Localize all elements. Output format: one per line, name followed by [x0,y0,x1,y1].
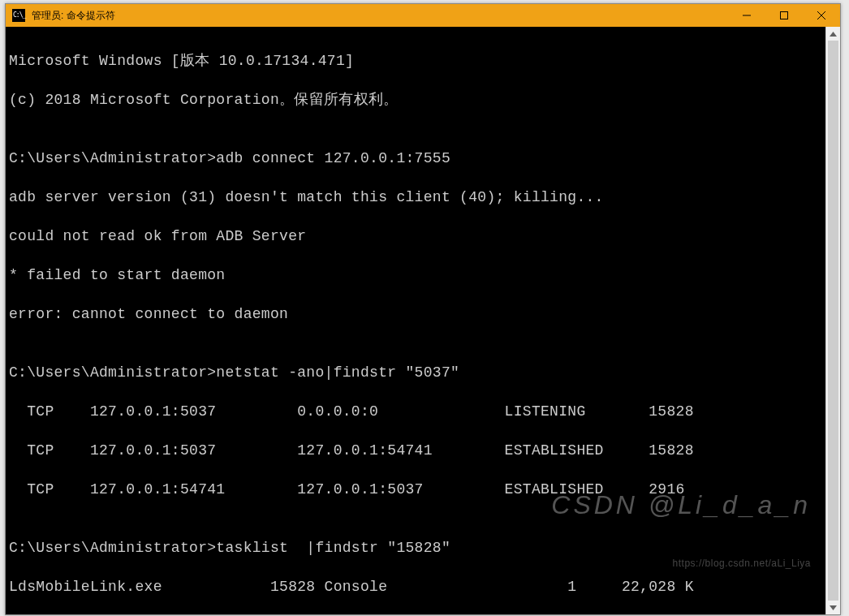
terminal-line: TCP 127.0.0.1:54741 127.0.0.1:5037 ESTAB… [9,480,822,499]
maximize-button[interactable] [765,4,803,27]
terminal-line: C:\Users\Administrator>tasklist |findstr… [9,538,822,558]
scroll-track[interactable] [826,41,840,601]
window-title: 管理员: 命令提示符 [30,9,728,23]
scroll-down-button[interactable] [826,601,840,614]
close-button[interactable] [803,4,840,27]
terminal-output[interactable]: Microsoft Windows [版本 10.0.17134.471] (c… [6,27,825,614]
terminal-line: error: cannot connect to daemon [9,304,822,324]
terminal-line: TCP 127.0.0.1:5037 0.0.0.0:0 LISTENING 1… [9,402,822,421]
terminal-line: could not read ok from ADB Server [9,226,822,246]
terminal-line: * failed to start daemon [9,265,822,285]
watermark-url: https://blog.csdn.net/aLi_Liya [551,558,811,569]
client-area: Microsoft Windows [版本 10.0.17134.471] (c… [6,27,840,614]
titlebar[interactable]: 管理员: 命令提示符 [6,4,840,27]
svg-rect-0 [781,12,788,19]
terminal-line: LdsMobileLink.exe 15828 Console 1 22,028… [9,577,822,597]
cmd-icon [12,9,25,22]
cmd-window: 管理员: 命令提示符 Microsoft Windows [版本 10.0.17… [5,3,841,615]
terminal-line: C:\Users\Administrator>adb connect 127.0… [9,149,822,168]
terminal-line: C:\Users\Administrator>netstat -ano|find… [9,363,822,382]
scroll-thumb[interactable] [828,41,838,601]
terminal-line: TCP 127.0.0.1:5037 127.0.0.1:54741 ESTAB… [9,441,822,460]
minimize-button[interactable] [728,4,765,27]
vertical-scrollbar[interactable] [825,27,840,614]
scroll-up-button[interactable] [826,27,840,41]
terminal-line: Microsoft Windows [版本 10.0.17134.471] [9,51,822,71]
terminal-line: adb server version (31) doesn't match th… [9,187,822,207]
terminal-line: (c) 2018 Microsoft Corporation。保留所有权利。 [9,90,822,110]
